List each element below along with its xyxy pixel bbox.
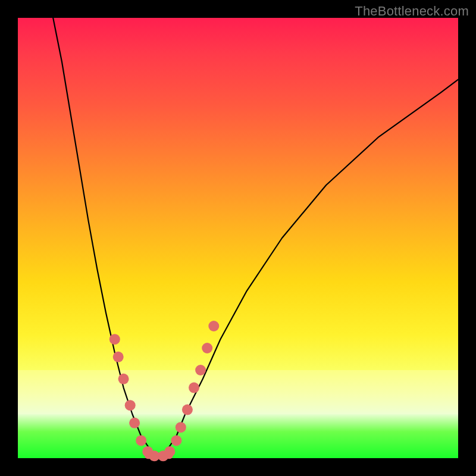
marker-dot [171,435,181,446]
marker-dots [109,321,219,461]
marker-dot [113,352,124,362]
marker-dot [118,374,129,384]
marker-dot [109,334,120,345]
marker-dot [189,383,199,393]
marker-dot [176,422,186,433]
marker-dot [129,418,140,428]
curve-right-branch [159,80,458,458]
marker-dot [195,365,206,375]
marker-dot [208,321,219,331]
marker-dot [125,400,136,411]
chart-svg [18,18,458,458]
marker-dot [202,343,212,353]
marker-dot [136,435,146,446]
marker-dot [164,446,175,457]
watermark-text: TheBottleneck.com [355,4,469,19]
curve-left-branch [53,18,159,458]
chart-frame: TheBottleneck.com [0,0,476,476]
marker-dot [182,405,193,415]
